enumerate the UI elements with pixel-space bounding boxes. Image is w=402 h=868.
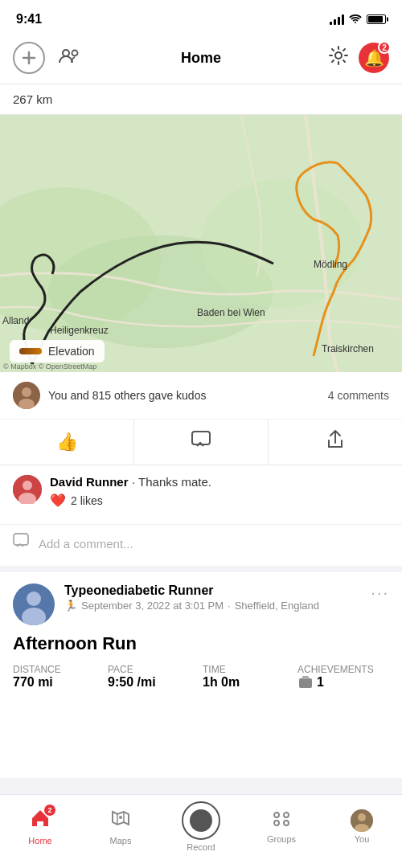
- stat-distance-value: 770 mi: [13, 675, 105, 690]
- post-datetime: September 3, 2022 at 3:01 PM: [81, 600, 224, 612]
- kudos-button[interactable]: 👍: [0, 420, 134, 465]
- svg-point-3: [72, 51, 78, 56]
- post-username[interactable]: Typeonediabetic Runner: [64, 583, 371, 598]
- stat-achievements-value: 1: [297, 675, 389, 690]
- svg-point-27: [119, 816, 122, 819]
- heart-icon: ❤️: [50, 493, 66, 508]
- post-stats: Distance 770 mi Pace 9:50 /mi Time 1h 0m…: [0, 664, 402, 698]
- home-label: Home: [28, 836, 51, 845]
- svg-point-8: [201, 179, 362, 308]
- kudos-section: You and 815 others gave kudos 4 comments: [0, 372, 402, 420]
- share-icon: [326, 429, 344, 455]
- battery-icon: [367, 14, 386, 24]
- kudos-left: You and 815 others gave kudos: [13, 382, 206, 409]
- second-post: Typeonediabetic Runner 🏃 September 3, 20…: [0, 572, 402, 778]
- nav-groups[interactable]: Groups: [257, 809, 306, 844]
- svg-point-4: [335, 52, 342, 59]
- stat-time-label: Time: [203, 664, 294, 675]
- action-bar: 👍: [0, 420, 402, 465]
- maps-icon: [110, 808, 131, 833]
- stat-achievements-label: Achievements: [297, 664, 389, 675]
- nav-record[interactable]: Record: [177, 801, 225, 852]
- app-header: Home 🔔 2: [0, 35, 402, 84]
- stat-pace-value: 9:50 /mi: [108, 675, 199, 690]
- svg-point-33: [358, 813, 366, 821]
- svg-text:Baden bei Wien: Baden bei Wien: [197, 307, 265, 318]
- comment-section: David Runner · Thanks mate. ❤️ 2 likes: [0, 465, 402, 525]
- header-right: 🔔 2: [328, 43, 389, 73]
- elevation-color-indicator: [19, 348, 42, 354]
- maps-label: Maps: [110, 836, 132, 845]
- notification-badge: 2: [378, 41, 391, 54]
- commenter-avatar: [13, 475, 42, 504]
- record-button[interactable]: [182, 801, 220, 840]
- more-options-button[interactable]: ···: [371, 583, 389, 602]
- share-button[interactable]: [269, 420, 402, 465]
- friends-icon[interactable]: [58, 47, 80, 69]
- svg-point-23: [27, 592, 41, 606]
- thumbs-up-icon: 👍: [56, 432, 78, 452]
- comment-item: David Runner · Thanks mate. ❤️ 2 likes: [13, 475, 389, 508]
- likes-count: 2 likes: [71, 494, 103, 507]
- nav-home[interactable]: 2 Home: [16, 808, 64, 845]
- svg-rect-26: [302, 676, 309, 679]
- stat-time-value: 1h 0m: [203, 675, 294, 690]
- svg-rect-25: [299, 678, 312, 688]
- svg-point-29: [284, 813, 289, 817]
- kudos-text: You and 815 others gave kudos: [48, 389, 206, 402]
- header-left: [13, 42, 80, 74]
- run-icon: 🏃: [64, 600, 77, 612]
- svg-point-19: [23, 481, 32, 490]
- settings-button[interactable]: [328, 45, 349, 71]
- signal-icon: [330, 14, 344, 25]
- status-time: 9:41: [16, 12, 42, 27]
- home-icon: 2: [30, 808, 51, 833]
- comment-button[interactable]: [134, 420, 269, 465]
- comment-body: David Runner · Thanks mate. ❤️ 2 likes: [50, 475, 389, 508]
- post-author-avatar[interactable]: [13, 583, 55, 625]
- header-title: Home: [181, 50, 221, 67]
- comment-likes: ❤️ 2 likes: [50, 493, 389, 508]
- post-title: Afternoon Run: [0, 633, 402, 664]
- kudos-avatar: [13, 382, 40, 409]
- record-inner: [190, 809, 212, 832]
- you-label: You: [355, 834, 370, 844]
- stat-distance-label: Distance: [13, 664, 105, 675]
- stat-pace-label: Pace: [108, 664, 199, 675]
- comment-icon: [191, 430, 211, 454]
- record-label: Record: [187, 842, 215, 852]
- svg-rect-21: [14, 534, 28, 545]
- svg-text:Alland: Alland: [2, 315, 29, 326]
- comments-link[interactable]: 4 comments: [328, 389, 389, 402]
- groups-label: Groups: [267, 834, 296, 844]
- comment-placeholder[interactable]: Add a comment...: [39, 537, 133, 551]
- stat-distance: Distance 770 mi: [13, 664, 105, 690]
- comment-text: · Thanks mate.: [132, 475, 211, 489]
- add-activity-button[interactable]: [13, 42, 45, 74]
- distance-value: 267 km: [13, 92, 52, 106]
- post-user-info: Typeonediabetic Runner 🏃 September 3, 20…: [64, 583, 371, 612]
- status-icons: [330, 13, 386, 26]
- comment-input-icon: [13, 533, 31, 555]
- nav-you[interactable]: You: [338, 809, 386, 844]
- status-bar: 9:41: [0, 0, 402, 35]
- home-badge: 2: [44, 805, 55, 816]
- svg-text:Mödling: Mödling: [314, 259, 347, 270]
- add-comment-section[interactable]: Add a comment...: [0, 525, 402, 572]
- wifi-icon: [349, 13, 362, 26]
- stat-achievements: Achievements 1: [297, 664, 389, 690]
- nav-maps[interactable]: Maps: [96, 808, 145, 845]
- svg-point-30: [274, 821, 279, 825]
- groups-icon: [271, 809, 292, 832]
- distance-bar: 267 km: [0, 84, 402, 115]
- notifications-button[interactable]: 🔔 2: [359, 43, 389, 73]
- post-location: Sheffield, England: [235, 600, 319, 612]
- bottom-navigation: 2 Home Maps Record Groups: [0, 794, 402, 868]
- comment-author: David Runner: [50, 475, 129, 489]
- you-icon: [351, 809, 373, 832]
- elevation-badge: Elevation: [10, 340, 105, 362]
- map-view[interactable]: Mödling Heiligenkreuz Alland Baden bei W…: [0, 115, 402, 372]
- stat-time: Time 1h 0m: [203, 664, 294, 690]
- svg-text:Heiligenkreuz: Heiligenkreuz: [50, 325, 109, 336]
- svg-point-2: [63, 50, 69, 56]
